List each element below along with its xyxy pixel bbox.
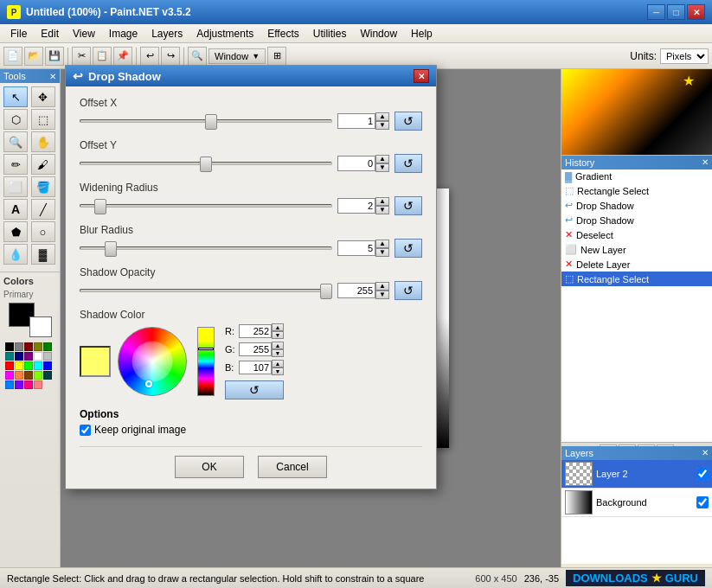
tool-line[interactable]: ╱ (31, 199, 55, 220)
units-select[interactable]: Pixels (660, 48, 709, 64)
window-dropdown[interactable]: Window ▼ (208, 48, 266, 64)
shadow-opacity-reset-btn[interactable]: ↺ (394, 281, 422, 300)
color-reset-btn[interactable]: ↺ (225, 380, 284, 399)
offset-x-up-btn[interactable]: ▲ (375, 112, 389, 121)
blur-radius-input[interactable] (337, 240, 375, 256)
blur-radius-reset-btn[interactable]: ↺ (394, 239, 422, 258)
offset-x-input[interactable] (337, 113, 375, 129)
offset-y-down-btn[interactable]: ▼ (375, 163, 389, 172)
toolbar-btn-paste[interactable]: 📌 (113, 47, 132, 66)
menu-item-layers[interactable]: Layers (144, 26, 189, 42)
palette-color[interactable] (15, 380, 23, 389)
dialog-close-button[interactable]: ✕ (414, 69, 429, 83)
palette-color[interactable] (5, 380, 14, 389)
history-item-5[interactable]: ⬜New Layer (561, 242, 712, 257)
menu-item-file[interactable]: File (3, 26, 34, 42)
history-item-0[interactable]: ▓Gradient (561, 169, 712, 183)
layer-item-0[interactable]: Layer 2 (561, 460, 712, 489)
tool-text[interactable]: A (3, 199, 28, 220)
palette-color[interactable] (5, 352, 14, 361)
tool-rect-select[interactable]: ⬚ (31, 109, 55, 130)
palette-color[interactable] (34, 352, 42, 361)
menu-item-utilities[interactable]: Utilities (306, 26, 354, 42)
toolbar-btn-cut[interactable]: ✂ (72, 47, 91, 66)
r-down-btn[interactable]: ▼ (272, 331, 284, 339)
blur-radius-thumb[interactable] (105, 241, 117, 257)
g-down-btn[interactable]: ▼ (272, 349, 284, 357)
color-wheel-cursor[interactable] (145, 380, 152, 387)
tool-ellipse[interactable]: ○ (31, 221, 55, 242)
hue-strip[interactable] (197, 327, 215, 396)
offset-y-input[interactable] (337, 156, 375, 171)
offset-x-down-btn[interactable]: ▼ (375, 121, 389, 130)
toolbar-btn-undo[interactable]: ↩ (140, 47, 159, 66)
history-item-3[interactable]: ↩Drop Shadow (561, 213, 712, 227)
widening-radius-down-btn[interactable]: ▼ (375, 206, 389, 214)
r-up-btn[interactable]: ▲ (272, 323, 284, 331)
offset-x-reset-btn[interactable]: ↺ (394, 112, 422, 131)
palette-color[interactable] (24, 371, 33, 380)
shadow-opacity-thumb[interactable] (320, 284, 332, 299)
tool-fill[interactable]: 🪣 (31, 176, 55, 197)
tool-select[interactable]: ↖ (3, 86, 28, 107)
toolbar-btn-zoomout[interactable]: 🔍 (188, 47, 207, 66)
palette-color[interactable] (24, 361, 33, 370)
menu-item-window[interactable]: Window (353, 26, 404, 42)
blur-radius-slider[interactable] (80, 246, 332, 250)
maximize-button[interactable]: □ (667, 4, 685, 20)
palette-color[interactable] (34, 380, 42, 389)
color-wheel[interactable] (118, 327, 187, 396)
palette-color[interactable] (5, 361, 14, 370)
tool-gradient[interactable]: ▓ (31, 244, 55, 265)
secondary-color[interactable] (29, 316, 52, 337)
offset-y-up-btn[interactable]: ▲ (375, 155, 389, 163)
palette-color[interactable] (15, 361, 23, 370)
offset-y-reset-btn[interactable]: ↺ (394, 154, 422, 173)
layer-visibility-checkbox[interactable] (696, 468, 709, 480)
menu-item-image[interactable]: Image (102, 26, 144, 42)
toolbar-btn-copy[interactable]: 📋 (93, 47, 112, 66)
ok-button[interactable]: OK (175, 456, 244, 478)
toolbar-btn-grid[interactable]: ⊞ (267, 47, 286, 66)
tool-shape[interactable]: ⬟ (3, 221, 28, 242)
tool-colorpicker[interactable]: 💧 (3, 244, 28, 265)
toolbar-btn-redo[interactable]: ↪ (161, 47, 180, 66)
tool-zoom[interactable]: 🔍 (3, 131, 28, 152)
menu-item-adjustments[interactable]: Adjustments (189, 26, 260, 42)
tool-pencil[interactable]: ✏ (3, 154, 28, 175)
tools-close-icon[interactable]: ✕ (49, 72, 56, 81)
r-input[interactable] (239, 324, 272, 338)
toolbar-btn-new[interactable]: 📄 (3, 47, 22, 66)
minimize-button[interactable]: ─ (647, 4, 665, 20)
palette-color[interactable] (24, 352, 33, 361)
blur-radius-down-btn[interactable]: ▼ (375, 248, 389, 257)
close-button[interactable]: ✕ (687, 4, 705, 20)
layer-item-1[interactable]: Background (561, 489, 712, 517)
palette-color[interactable] (34, 371, 42, 380)
tool-pan[interactable]: ✋ (31, 131, 55, 152)
widening-radius-thumb[interactable] (94, 199, 106, 214)
shadow-opacity-input[interactable] (337, 283, 375, 298)
palette-color[interactable] (15, 352, 23, 361)
g-up-btn[interactable]: ▲ (272, 342, 284, 349)
palette-color[interactable] (15, 342, 23, 351)
shadow-opacity-down-btn[interactable]: ▼ (375, 291, 389, 299)
tool-eraser[interactable]: ⬜ (3, 176, 28, 197)
widening-radius-up-btn[interactable]: ▲ (375, 197, 389, 206)
menu-item-view[interactable]: View (66, 26, 102, 42)
b-up-btn[interactable]: ▲ (272, 360, 284, 368)
history-item-6[interactable]: ✕Delete Layer (561, 257, 712, 272)
toolbar-btn-open[interactable]: 📂 (24, 47, 43, 66)
layer-visibility-checkbox[interactable] (696, 496, 709, 508)
palette-color[interactable] (5, 342, 14, 351)
offset-y-slider[interactable] (80, 162, 332, 165)
palette-color[interactable] (43, 361, 52, 370)
history-item-7[interactable]: ⬚Rectangle Select (561, 272, 712, 286)
palette-color[interactable] (5, 371, 14, 380)
widening-radius-reset-btn[interactable]: ↺ (394, 196, 422, 215)
widening-radius-input[interactable] (337, 198, 375, 214)
toolbar-btn-save[interactable]: 💾 (45, 47, 64, 66)
palette-color[interactable] (24, 380, 33, 389)
b-down-btn[interactable]: ▼ (272, 368, 284, 375)
offset-x-slider[interactable] (80, 119, 332, 123)
